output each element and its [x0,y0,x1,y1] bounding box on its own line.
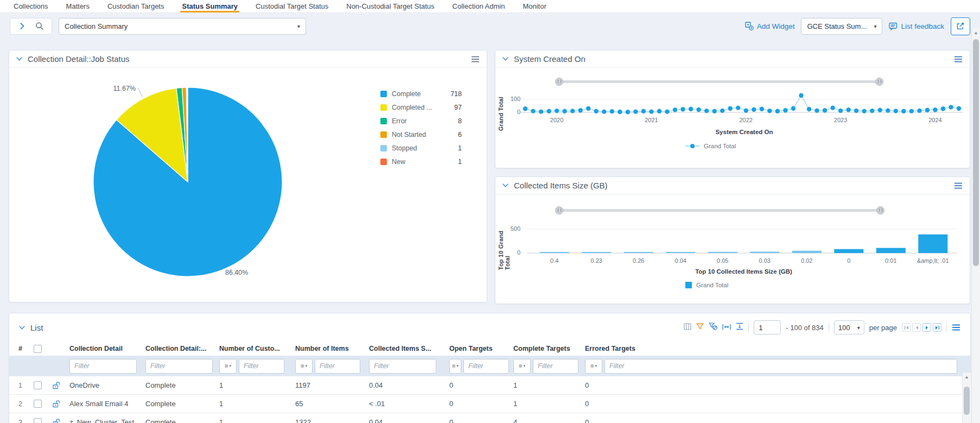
line-point[interactable] [728,106,733,111]
line-point[interactable] [570,109,575,113]
first-page-button[interactable] [902,323,911,332]
dashboard-view-select[interactable]: Collection Summary ▾ [59,18,306,35]
chevron-down-icon[interactable] [19,326,25,330]
line-point[interactable] [680,107,685,111]
bar-0.02[interactable] [792,251,822,253]
line-point[interactable] [838,109,843,113]
line-point[interactable] [633,109,638,113]
legend-item[interactable]: Completed ...97 [380,104,462,111]
page-size-select[interactable]: 100 ▾ [834,320,864,334]
page-number-input[interactable] [754,320,781,334]
line-point[interactable] [649,109,653,113]
line-point[interactable] [814,108,819,112]
filter-button[interactable] [696,323,704,332]
line-point[interactable] [555,109,559,113]
line-point[interactable] [862,109,867,113]
bar-0.05[interactable] [708,252,737,253]
line-point[interactable] [712,109,717,113]
comparator-select[interactable]: =▾ [585,359,602,374]
next-page-button[interactable] [922,323,931,332]
widget-menu-button[interactable] [471,56,480,62]
line-point[interactable] [957,106,961,111]
widget-menu-button[interactable] [954,182,963,189]
filter-input-7[interactable] [369,359,436,374]
line-point[interactable] [618,110,622,114]
bar-0.23[interactable] [582,252,611,253]
bar--amp-lt-.01[interactable] [918,235,947,253]
line-point[interactable] [657,109,661,113]
chevron-down-icon[interactable] [16,57,22,61]
line-point[interactable] [917,109,921,113]
scroll-up-icon[interactable]: ▲ [972,28,980,35]
chevron-down-icon[interactable] [502,57,508,61]
line-point[interactable] [602,109,606,113]
row-checkbox[interactable] [34,418,42,423]
legend-item[interactable]: Not Started6 [380,131,462,138]
line-point[interactable] [823,108,827,112]
column-chooser-button[interactable] [684,323,691,332]
chart-legend[interactable]: Grand Total [685,282,728,288]
unlock-icon[interactable] [52,400,61,408]
filter-input-6[interactable] [315,359,360,374]
fit-column-width-button[interactable] [722,323,731,332]
tab-status-summary[interactable]: Status Summary [182,0,238,12]
line-point[interactable] [665,109,669,113]
filter-input-4[interactable] [145,359,213,374]
bar-0.26[interactable] [624,252,653,253]
widget-menu-button[interactable] [954,56,963,62]
legend-item[interactable]: Complete718 [380,90,462,98]
line-point[interactable] [704,109,709,113]
line-point[interactable] [894,109,898,113]
tab-collections[interactable]: Collections [14,0,48,12]
bar-0.01[interactable] [876,248,906,253]
tab-monitor[interactable]: Monitor [523,0,546,12]
page-scrollbar-thumb[interactable] [973,39,979,266]
legend-item[interactable]: New1 [380,158,462,166]
line-point[interactable] [720,109,724,113]
unlock-icon[interactable] [52,418,61,423]
bar-0[interactable] [834,249,863,253]
line-point[interactable] [594,109,599,113]
bar-0.03[interactable] [750,252,779,254]
line-point[interactable] [744,108,748,112]
list-menu-button[interactable] [952,324,960,331]
select-all-checkbox[interactable] [34,345,42,353]
filter-input-9[interactable] [533,359,578,374]
bar-0.04[interactable] [666,252,695,253]
line-point[interactable] [791,106,796,111]
line-point[interactable] [846,108,850,112]
tab-non-custodial-target-status[interactable]: Non-Custodial Target Status [346,0,434,12]
line-point[interactable] [673,108,677,112]
tab-custodian-targets[interactable]: Custodian Targets [107,0,164,12]
tab-custodial-target-status[interactable]: Custodial Target Status [256,0,328,12]
line-point[interactable] [799,93,803,98]
bar-chart[interactable] [495,194,970,305]
line-point[interactable] [523,106,527,111]
fit-row-height-button[interactable] [736,323,743,332]
filter-input-8[interactable] [463,359,509,374]
chart-legend[interactable]: Grand Total [685,143,736,149]
line-point[interactable] [546,109,551,113]
row-checkbox[interactable] [34,381,42,389]
table-scrollbar[interactable]: ▲ [962,373,971,423]
prev-page-button[interactable] [912,323,921,332]
table-scrollbar-thumb[interactable] [964,387,970,415]
line-point[interactable] [578,108,583,112]
line-point[interactable] [626,110,630,114]
unlock-icon[interactable] [52,381,61,389]
line-point[interactable] [878,108,882,112]
scroll-up-icon[interactable]: ▲ [963,373,971,380]
line-point[interactable] [854,109,858,113]
comparator-select[interactable]: =▾ [513,359,531,374]
line-point[interactable] [752,108,756,112]
add-widget-button[interactable]: Add Widget [745,22,795,30]
line-point[interactable] [696,108,701,112]
tab-matters[interactable]: Matters [66,0,90,12]
tab-collection-admin[interactable]: Collection Admin [453,0,505,12]
line-point[interactable] [767,109,772,113]
table-row[interactable]: 1OneDriveComplete111970.04010 [9,376,970,395]
expand-panel-button[interactable] [14,18,31,34]
line-point[interactable] [562,109,567,113]
line-point[interactable] [949,105,953,109]
line-point[interactable] [539,109,543,113]
